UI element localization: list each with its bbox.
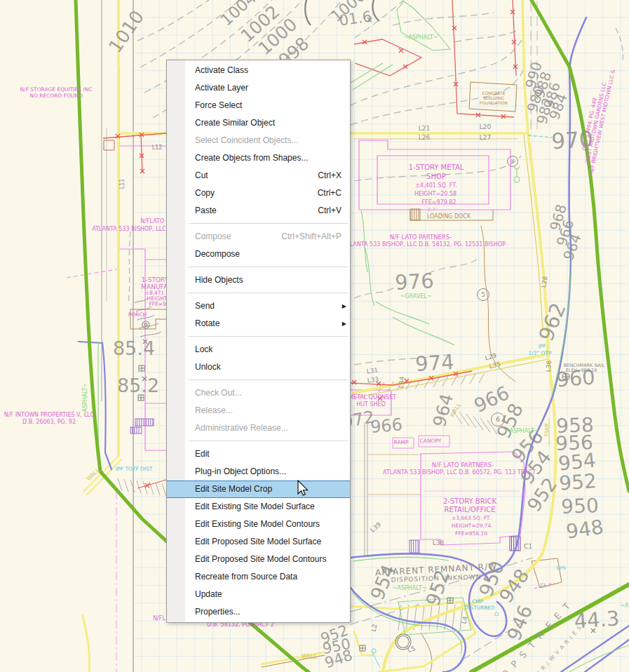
menu-item-label: Decompose — [195, 246, 240, 263]
menu-item-release[interactable]: Release... — [167, 402, 350, 419]
menu-item-shortcut: Ctrl+Shift+Alt+P — [281, 228, 341, 246]
menu-item-cut[interactable]: CutCtrl+X — [167, 167, 350, 184]
menu-item-properties[interactable]: Properties... — [167, 603, 350, 621]
menu-item-label: Select Coincident Objects... — [195, 132, 298, 149]
menu-item-label: Edit Proposed Site Model Contours — [195, 551, 326, 568]
menu-item-copy[interactable]: CopyCtrl+C — [167, 184, 350, 202]
menu-item-label: Force Select — [195, 97, 242, 114]
menu-item-activate-layer[interactable]: Activate Layer — [167, 79, 350, 97]
menu-item-select-coincident-objects[interactable]: Select Coincident Objects... — [167, 132, 350, 149]
menu-item-plug-in-object-options[interactable]: Plug-in Object Options... — [167, 463, 350, 481]
menu-item-label: Activate Layer — [195, 79, 248, 97]
menu-item-label: Edit Proposed Site Model Surface — [195, 533, 321, 551]
menu-item-label: Lock — [195, 341, 212, 358]
menu-item-edit-existing-site-model-contours[interactable]: Edit Existing Site Model Contours — [167, 516, 350, 533]
menu-item-force-select[interactable]: Force Select — [167, 97, 350, 114]
menu-item-label: Plug-in Object Options... — [195, 463, 286, 481]
menu-item-recreate-from-source-data[interactable]: Recreate from Source Data — [167, 568, 350, 586]
menu-item-label: Release... — [195, 402, 233, 419]
menu-item-label: Edit Existing Site Model Contours — [195, 516, 320, 533]
menu-item-compose[interactable]: ComposeCtrl+Shift+Alt+P — [167, 228, 350, 246]
menu-item-paste[interactable]: PasteCtrl+V — [167, 202, 350, 220]
menu-separator — [167, 437, 350, 445]
menu-item-label: Rotate — [195, 315, 219, 332]
menu-item-create-similar-object[interactable]: Create Similar Object — [167, 114, 350, 132]
menu-item-label: Edit Site Model Crop — [195, 481, 272, 497]
submenu-arrow-icon: ▶ — [342, 315, 346, 332]
menu-item-label: Recreate from Source Data — [195, 568, 297, 586]
menu-separator — [167, 220, 350, 228]
menu-item-label: Cut — [195, 167, 208, 184]
menu-item-label: Hide Objects — [195, 271, 243, 289]
menu-item-label: Send — [195, 297, 215, 315]
menu-item-label: Check Out... — [195, 384, 242, 402]
site-plan-canvas[interactable]: 1010100410021000998100601.69909889869849… — [0, 0, 629, 672]
menu-item-label: Create Similar Object — [195, 114, 275, 132]
menu-separator — [167, 263, 350, 271]
menu-separator — [167, 376, 350, 384]
menu-item-check-out[interactable]: Check Out... — [167, 384, 350, 402]
menu-separator — [167, 289, 350, 297]
menu-item-edit-existing-site-model-surface[interactable]: Edit Existing Site Model Surface — [167, 498, 350, 516]
context-menu-items: Activate ClassActivate LayerForce Select… — [167, 62, 350, 621]
menu-item-rotate[interactable]: Rotate▶ — [167, 315, 350, 332]
menu-item-hide-objects[interactable]: Hide Objects — [167, 271, 350, 289]
menu-item-create-objects-from-shapes[interactable]: Create Objects from Shapes... — [167, 149, 350, 167]
submenu-arrow-icon: ▶ — [342, 297, 346, 315]
menu-item-label: Properties... — [195, 603, 241, 621]
menu-item-update[interactable]: Update — [167, 586, 350, 603]
menu-item-shortcut: Ctrl+X — [318, 167, 341, 184]
menu-item-send[interactable]: Send▶ — [167, 297, 350, 315]
menu-item-label: Activate Class — [195, 62, 248, 79]
menu-item-label: Edit — [195, 445, 210, 463]
menu-item-label: Edit Existing Site Model Surface — [195, 498, 315, 516]
menu-item-shortcut: Ctrl+V — [318, 202, 341, 220]
menu-item-edit[interactable]: Edit — [167, 445, 350, 463]
menu-item-administrative-release[interactable]: Administrative Release... — [167, 419, 350, 437]
menu-item-label: Update — [195, 586, 222, 603]
menu-item-label: Unlock — [195, 358, 221, 376]
menu-separator — [167, 332, 350, 341]
menu-item-label: Administrative Release... — [195, 419, 288, 437]
context-menu: Activate ClassActivate LayerForce Select… — [166, 60, 351, 623]
menu-item-label: Create Objects from Shapes... — [195, 149, 308, 167]
menu-item-edit-site-model-crop[interactable]: Edit Site Model Crop — [167, 481, 350, 498]
menu-item-label: Paste — [195, 202, 217, 220]
menu-item-edit-proposed-site-model-surface[interactable]: Edit Proposed Site Model Surface — [167, 533, 350, 551]
menu-item-shortcut: Ctrl+C — [318, 184, 341, 202]
menu-item-decompose[interactable]: Decompose — [167, 246, 350, 263]
menu-item-edit-proposed-site-model-contours[interactable]: Edit Proposed Site Model Contours — [167, 551, 350, 568]
menu-item-unlock[interactable]: Unlock — [167, 358, 350, 376]
menu-item-lock[interactable]: Lock — [167, 341, 350, 358]
menu-item-label: Compose — [195, 228, 231, 246]
menu-item-label: Copy — [195, 184, 215, 202]
menu-item-activate-class[interactable]: Activate Class — [167, 62, 350, 79]
